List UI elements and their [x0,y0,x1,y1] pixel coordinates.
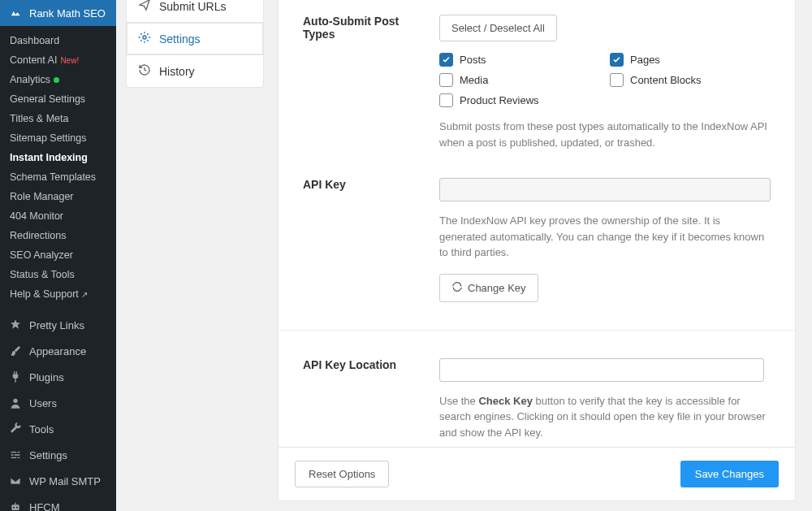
checkbox-posts[interactable]: Posts [439,53,610,67]
settings-panel: Auto-Submit Post Types Select / Deselect… [278,0,796,501]
svg-point-3 [16,507,18,509]
sidebar-item-status-tools[interactable]: Status & Tools [0,265,116,284]
sidebar-item-sitemap-settings[interactable]: Sitemap Settings [0,128,116,148]
panel-footer: Reset Options Save Changes [279,447,795,500]
sidebar-item-titles-meta[interactable]: Titles & Meta [0,109,116,128]
svg-rect-1 [11,505,19,510]
menu-pretty-links[interactable]: Pretty Links [0,312,116,338]
sidebar-item-404-monitor[interactable]: 404 Monitor [0,206,116,226]
api-key-location-input[interactable] [439,358,764,382]
mail-icon [8,474,23,487]
svg-rect-4 [15,503,15,505]
checkbox-icon [439,73,453,87]
setting-label-api-key-location: API Key Location [303,358,423,448]
sidebar-item-instant-indexing[interactable]: Instant Indexing [0,148,116,167]
menu-appearance[interactable]: Appearance [0,338,116,364]
sidebar-submenu: Dashboard Content AINew! Analytics Gener… [0,26,116,312]
wordpress-main-menu: Pretty Links Appearance Plugins Users To… [0,312,116,511]
send-icon [138,0,151,14]
help-text-api-key-location: Use the Check Key button to verify that … [439,393,771,441]
sidebar-item-help-support[interactable]: Help & Support↗ [0,284,116,304]
post-types-checkbox-grid: Posts Pages Media [439,53,780,107]
setting-api-key-location: API Key Location Use the Check Key butto… [303,358,771,448]
tab-submit-urls-label: Submit URLs [159,0,226,13]
svg-point-5 [143,36,146,39]
menu-plugins[interactable]: Plugins [0,364,116,390]
change-key-button[interactable]: Change Key [439,274,538,302]
sidebar-menu-top-rank-math[interactable]: Rank Math SEO [0,0,116,26]
tab-history-label: History [159,65,195,78]
setting-api-key: API Key The IndexNow API key proves the … [303,178,771,302]
sidebar-item-schema-templates[interactable]: Schema Templates [0,167,116,187]
checkbox-icon [439,93,453,107]
sidebar-item-redirections[interactable]: Redirections [0,226,116,245]
menu-tools[interactable]: Tools [0,416,116,442]
wrench-icon [8,422,23,435]
menu-settings[interactable]: Settings [0,442,116,468]
checkbox-content-blocks[interactable]: Content Blocks [610,73,780,87]
reset-options-button[interactable]: Reset Options [295,461,389,487]
sidebar-item-dashboard[interactable]: Dashboard [0,31,116,50]
sidebar-item-role-manager[interactable]: Role Manager [0,187,116,206]
brush-icon [8,344,23,357]
robot-icon [8,500,23,511]
tab-history[interactable]: History [126,55,264,88]
history-icon [138,63,151,79]
menu-users[interactable]: Users [0,390,116,416]
user-icon [8,396,23,409]
separator [279,330,795,331]
svg-point-2 [13,507,15,509]
wordpress-admin-sidebar: Rank Math SEO Dashboard Content AINew! A… [0,0,116,511]
sidebar-item-seo-analyzer[interactable]: SEO Analyzer [0,245,116,265]
api-key-input[interactable] [439,178,771,201]
main-content: Submit URLs Settings History Auto-Submit… [116,0,812,511]
checkbox-icon [439,53,453,67]
sidebar-item-general-settings[interactable]: General Settings [0,89,116,109]
save-changes-button[interactable]: Save Changes [680,461,779,487]
sidebar-item-content-ai[interactable]: Content AINew! [0,50,116,70]
sidebar-top-title: Rank Math SEO [29,7,106,19]
tab-settings[interactable]: Settings [126,23,264,55]
tab-settings-label: Settings [159,32,201,45]
checkbox-product-reviews[interactable]: Product Reviews [439,93,610,107]
setting-label-api-key: API Key [303,178,423,302]
checkbox-icon [610,53,624,67]
help-text-api-key: The IndexNow API key proves the ownershi… [439,213,771,261]
menu-hfcm[interactable]: HFCM [0,494,116,511]
sidebar-item-analytics[interactable]: Analytics [0,70,116,89]
refresh-icon [451,281,463,295]
checkbox-icon [610,73,624,87]
plug-icon [8,370,23,383]
status-dot-icon [54,77,59,83]
settings-tabs: Submit URLs Settings History [126,0,264,88]
setting-label-post-types: Auto-Submit Post Types [303,15,423,150]
select-deselect-all-button[interactable]: Select / Deselect All [439,15,557,41]
rank-math-icon [10,6,23,19]
help-text-post-types: Submit posts from these post types autom… [439,119,780,150]
menu-wp-mail-smtp[interactable]: WP Mail SMTP [0,468,116,494]
gear-icon [138,31,151,46]
svg-point-0 [13,399,17,403]
checkbox-media[interactable]: Media [439,73,610,87]
sliders-icon [8,448,23,461]
tab-submit-urls[interactable]: Submit URLs [126,0,264,23]
star-icon [8,318,23,331]
setting-auto-submit-post-types: Auto-Submit Post Types Select / Deselect… [303,15,771,150]
checkbox-pages[interactable]: Pages [610,53,780,67]
